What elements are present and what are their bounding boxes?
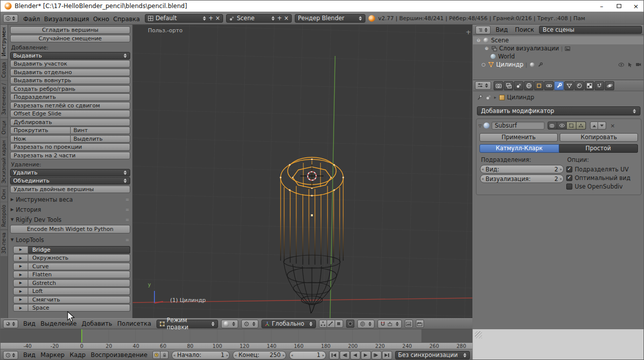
current-frame-field[interactable]: 1 bbox=[289, 351, 326, 359]
face-select-button[interactable] bbox=[335, 320, 343, 328]
menu-item[interactable]: Маркер bbox=[38, 351, 67, 358]
checkbox[interactable] bbox=[566, 175, 572, 181]
render-subdivisions-field[interactable]: Визуализация:2 bbox=[480, 174, 564, 183]
editor-type-button-outliner[interactable] bbox=[475, 26, 491, 34]
maximize-button[interactable] bbox=[610, 1, 627, 12]
tab-physics[interactable] bbox=[605, 81, 614, 90]
tool-button[interactable]: Разрезать по проекции bbox=[10, 143, 130, 151]
pin-icon[interactable] bbox=[477, 94, 483, 100]
extrude-dropdown[interactable]: Выдавить bbox=[10, 52, 130, 59]
menu-item[interactable]: Поиск bbox=[513, 26, 536, 33]
looptools-button[interactable]: Flatten bbox=[28, 271, 130, 278]
tool-button[interactable]: Подразделить bbox=[10, 93, 130, 101]
outliner-filter-select[interactable]: Все сцены bbox=[539, 26, 642, 34]
orientation-select[interactable]: Глобально bbox=[261, 320, 316, 328]
delete-dropdown[interactable]: Объединить bbox=[10, 177, 130, 185]
simple-button[interactable]: Простой bbox=[559, 144, 638, 153]
tool-button[interactable]: Сгладить вершины bbox=[10, 26, 130, 34]
menu-item[interactable]: Кадр bbox=[68, 351, 88, 358]
tool-button[interactable]: Выделить bbox=[71, 135, 131, 143]
minimize-button[interactable]: – bbox=[593, 1, 610, 12]
looptools-options-button[interactable]: ▶ bbox=[13, 287, 28, 295]
delete-screen-icon[interactable]: × bbox=[216, 15, 221, 22]
looptools-button[interactable]: Curve bbox=[28, 263, 130, 270]
tab-modifiers[interactable] bbox=[554, 81, 564, 90]
tool-button[interactable]: Винт bbox=[71, 127, 131, 134]
checkbox[interactable] bbox=[566, 184, 572, 190]
delete-scene-icon[interactable]: × bbox=[284, 15, 289, 22]
tool-shelf-tab[interactable]: Окн bbox=[1, 187, 8, 202]
render-engine-select[interactable]: Рендер Blender bbox=[295, 14, 365, 23]
looptools-options-button[interactable]: ▶ bbox=[13, 246, 28, 254]
close-button[interactable]: × bbox=[627, 1, 644, 12]
frame-start-field[interactable]: Начало:1 bbox=[172, 351, 230, 359]
tool-shelf-tab[interactable]: Опци bbox=[1, 118, 8, 138]
expand-icon[interactable]: ○ bbox=[481, 62, 486, 67]
looptools-options-button[interactable]: ▶ bbox=[13, 279, 28, 287]
collapse-icon[interactable]: ⊖ bbox=[476, 38, 481, 43]
visibility-eye-icon[interactable] bbox=[618, 62, 624, 68]
breadcrumb-object-name[interactable]: Цилиндр bbox=[507, 94, 534, 101]
looptools-button[interactable]: Bridge bbox=[28, 246, 130, 254]
looptools-button[interactable]: Gstretch bbox=[28, 279, 130, 287]
av-sync-select[interactable]: Без синхронизации bbox=[395, 351, 470, 359]
modifier-render-toggle[interactable] bbox=[548, 122, 557, 130]
tool-shelf-tab[interactable]: Затенение / bbox=[1, 81, 8, 118]
region-expand-icon[interactable]: + bbox=[465, 29, 472, 36]
menu-item[interactable]: Воспроизведение bbox=[89, 351, 149, 358]
checkbox[interactable] bbox=[566, 166, 572, 172]
tab-scene[interactable] bbox=[514, 81, 523, 90]
tool-shelf-tab[interactable]: Эскизный каран bbox=[1, 138, 8, 187]
outliner-row-object[interactable]: ○ Цилиндр | bbox=[473, 61, 644, 69]
panel-header-looptools[interactable]: ▼LoopTools≡ bbox=[11, 236, 130, 244]
catmull-clark-button[interactable]: Катмулл-Кларк bbox=[479, 144, 559, 153]
tool-button[interactable]: Создать ребро/грань bbox=[10, 85, 130, 93]
tab-texture[interactable] bbox=[584, 81, 594, 90]
looptools-button[interactable]: Смягчить bbox=[28, 296, 130, 304]
looptools-options-button[interactable]: ▶ bbox=[13, 304, 28, 312]
tab-object-data[interactable] bbox=[564, 81, 574, 90]
menu-item[interactable]: Окно bbox=[91, 16, 111, 23]
encode-mesh-widget-button[interactable]: Encode Mesh Widget to Python bbox=[10, 225, 130, 233]
frame-end-field[interactable]: Конец:250 bbox=[233, 351, 286, 359]
apply-button[interactable]: Применить bbox=[479, 133, 558, 142]
editor-type-button-timeline[interactable] bbox=[3, 351, 18, 359]
panel-header-rigify[interactable]: ▼Rigify Dev Tools≡ bbox=[11, 216, 130, 223]
selectability-cursor-icon[interactable] bbox=[627, 62, 633, 68]
tab-object[interactable] bbox=[534, 81, 544, 90]
menu-item[interactable]: Вид bbox=[21, 351, 37, 358]
shading-select[interactable] bbox=[221, 320, 238, 328]
tool-shelf-tab[interactable]: 3D-печа bbox=[1, 230, 8, 257]
menu-item[interactable]: Полисетка bbox=[115, 320, 153, 327]
object-data-icon[interactable] bbox=[486, 94, 492, 100]
play-button[interactable] bbox=[361, 351, 371, 359]
jump-to-end-button[interactable] bbox=[382, 351, 392, 359]
tool-shelf-tab[interactable]: Созда bbox=[1, 59, 8, 81]
modifier-cage-toggle[interactable] bbox=[576, 122, 586, 130]
modifier-name-field[interactable]: Subsurf bbox=[492, 122, 545, 130]
tool-button[interactable]: Дублировать bbox=[10, 118, 130, 126]
menu-item[interactable]: Добавить bbox=[80, 320, 114, 327]
panel-header-history[interactable]: ▶История≡ bbox=[11, 206, 130, 213]
tool-button[interactable]: Выдавить отдельно bbox=[10, 69, 130, 76]
outliner-row-scene[interactable]: ⊖ Scene bbox=[473, 36, 644, 44]
occlude-geometry-button[interactable] bbox=[346, 320, 354, 328]
tool-button[interactable]: Offset Edge Slide bbox=[10, 110, 130, 117]
delete-dropdown[interactable]: Удалить bbox=[10, 169, 130, 176]
looptools-button[interactable]: Space bbox=[28, 304, 130, 312]
preview-range-button[interactable] bbox=[152, 351, 160, 359]
modifier-delete-icon[interactable]: × bbox=[610, 123, 615, 129]
modifier-edit-mode-toggle[interactable] bbox=[567, 122, 576, 130]
pivot-select[interactable] bbox=[241, 320, 258, 328]
outliner-row-world[interactable]: World bbox=[473, 52, 644, 61]
editor-type-button-info[interactable] bbox=[3, 14, 18, 23]
modifier-move-down-button[interactable] bbox=[598, 122, 606, 130]
tool-shelf-tab[interactable]: Retopolo bbox=[1, 202, 8, 230]
menu-item[interactable]: Вид bbox=[21, 320, 37, 327]
next-keyframe-button[interactable] bbox=[371, 351, 382, 359]
opengl-render-anim-button[interactable] bbox=[416, 320, 424, 328]
tool-button[interactable]: Случайное смещение bbox=[10, 35, 130, 42]
mode-select[interactable]: Режим правки bbox=[156, 320, 218, 328]
proportional-edit-select[interactable] bbox=[357, 320, 374, 328]
modifier-show-viewport-toggle[interactable] bbox=[557, 122, 567, 130]
